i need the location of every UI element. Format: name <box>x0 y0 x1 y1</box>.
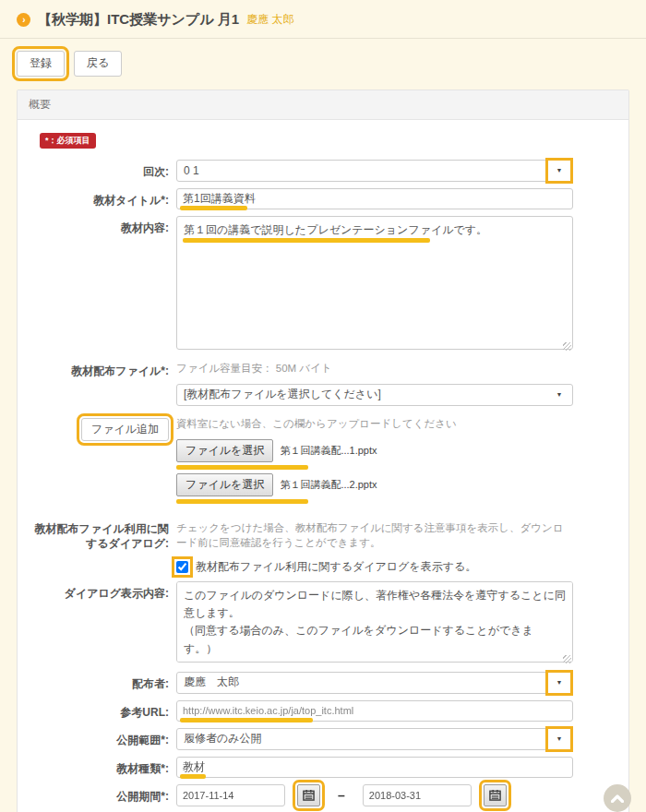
kaiji-dropdown-arrow-icon[interactable]: ▼ <box>550 162 568 179</box>
distributor-select[interactable]: 慶應 太郎 ▼ <box>176 672 573 694</box>
title-highlight-underline <box>180 206 247 210</box>
row-period: 公開期間*: – <box>18 784 628 806</box>
type-input[interactable] <box>176 757 573 778</box>
row-title: 教材タイトル*: <box>18 188 628 209</box>
row-ref-url: 参考URL: <box>18 700 628 722</box>
period-to-calendar-button[interactable] <box>484 784 507 806</box>
period-from-input[interactable] <box>176 784 285 806</box>
file-choose-button-2[interactable]: ファイルを選択 <box>176 473 273 496</box>
file-1-highlight-underline <box>176 465 308 470</box>
back-button-top[interactable]: 戻る <box>74 51 122 77</box>
dialog-content-textarea[interactable]: このファイルのダウンロードに際し、著作権や各種法令を遵守することに同意します。 … <box>176 581 573 663</box>
file-2-highlight-underline <box>176 499 308 504</box>
kaiji-select-value: 0 1 <box>184 164 199 177</box>
period-separator: – <box>332 788 351 803</box>
dialog-content-label: ダイアログ表示内容: <box>18 581 176 665</box>
content-highlight-underline <box>183 238 430 243</box>
row-content: 教材内容: 第１回の講義で説明したプレゼンテーションファイルです。 <box>18 216 628 352</box>
type-label: 教材種類*: <box>18 757 176 778</box>
kaiji-label: 回次: <box>18 160 176 182</box>
scope-label: 公開範囲*: <box>18 728 176 750</box>
distributor-select-value: 慶應 太郎 <box>184 675 239 690</box>
panel-header: 概要 <box>18 90 628 120</box>
period-from-calendar-button[interactable] <box>297 784 320 806</box>
period-label: 公開期間*: <box>18 784 176 806</box>
breadcrumb-chevron-icon: › <box>17 13 30 27</box>
top-toolbar: 登録 戻る <box>17 51 629 77</box>
content-textarea[interactable]: 第１回の講義で説明したプレゼンテーションファイルです。 <box>176 216 573 350</box>
row-scope: 公開範囲*: 履修者のみ公開 ▼ <box>18 728 628 750</box>
file-label: 教材配布ファイル*: <box>18 359 176 406</box>
scope-select-value: 履修者のみ公開 <box>184 731 262 746</box>
page-title: 【秋学期】ITC授業サンプル 月1 <box>38 11 239 29</box>
calendar-icon <box>489 789 501 801</box>
file-select-value: [教材配布ファイルを選択してください] <box>184 387 381 402</box>
scope-select[interactable]: 履修者のみ公開 ▼ <box>176 728 573 750</box>
file-add-hint: 資料室にない場合、この欄からアップロードしてください <box>176 412 573 431</box>
user-link[interactable]: 慶應 太郎 <box>246 12 293 28</box>
distributor-dropdown-arrow-icon[interactable]: ▼ <box>550 675 568 691</box>
kaiji-select[interactable]: 0 1 ▼ <box>176 160 573 182</box>
row-file: 教材配布ファイル*: ファイル容量目安： 50M バイト [教材配布ファイルを選… <box>18 359 628 406</box>
content-label: 教材内容: <box>18 216 176 352</box>
overview-panel: 概要 *：必須項目 回次: 0 1 ▼ 教材タイトル*: 教材内容: <box>17 90 629 812</box>
row-dialog: 教材配布ファイル利用に関するダイアログ: チェックをつけた場合、教材配布ファイル… <box>18 517 628 575</box>
file-dropdown-arrow-icon: ▼ <box>550 387 568 403</box>
file-name-2: 第１回講義配...2.pptx <box>280 478 377 492</box>
scope-dropdown-arrow-icon[interactable]: ▼ <box>550 731 568 747</box>
row-file-add: ファイル追加 資料室にない場合、この欄からアップロードしてください ファイルを選… <box>18 412 628 508</box>
dialog-checkbox-label: 教材配布ファイル利用に関するダイアログを表示する。 <box>196 559 476 575</box>
row-distributor: 配布者: 慶應 太郎 ▼ <box>18 672 628 694</box>
row-type: 教材種類*: <box>18 757 628 778</box>
period-to-input[interactable] <box>363 784 472 806</box>
textarea-resize-handle[interactable] <box>563 342 571 351</box>
page-header: › 【秋学期】ITC授業サンプル 月1 慶應 太郎 <box>0 0 646 29</box>
file-choose-button-1[interactable]: ファイルを選択 <box>176 439 273 462</box>
file-select[interactable]: [教材配布ファイルを選択してください] ▼ <box>176 384 573 406</box>
file-row-1: ファイルを選択 第１回講義配...1.pptx <box>176 439 377 462</box>
title-label: 教材タイトル*: <box>18 188 176 209</box>
scroll-to-top-button[interactable] <box>604 784 631 812</box>
ref-url-highlight-underline <box>180 718 313 722</box>
file-name-1: 第１回講義配...1.pptx <box>280 444 377 458</box>
calendar-icon <box>303 789 315 801</box>
dialog-checkbox[interactable] <box>176 561 188 573</box>
dialog-hint: チェックをつけた場合、教材配布ファイルに関する注意事項を表示し、ダウンロード前に… <box>176 517 573 550</box>
dialog-label: 教材配布ファイル利用に関するダイアログ: <box>18 517 176 575</box>
row-kaiji: 回次: 0 1 ▼ <box>18 160 628 182</box>
type-highlight-underline <box>180 774 206 779</box>
file-size-hint: ファイル容量目安： 50M バイト <box>176 359 573 376</box>
chevron-up-icon <box>611 794 624 803</box>
file-row-2: ファイルを選択 第１回講義配...2.pptx <box>176 473 377 496</box>
row-dialog-content: ダイアログ表示内容: このファイルのダウンロードに際し、著作権や各種法令を遵守す… <box>18 581 628 665</box>
register-button-top[interactable]: 登録 <box>17 51 65 77</box>
file-add-button[interactable]: ファイル追加 <box>81 418 169 442</box>
header-divider <box>0 38 646 39</box>
distributor-label: 配布者: <box>18 672 176 694</box>
textarea-resize-handle[interactable] <box>563 655 571 663</box>
ref-url-label: 参考URL: <box>18 700 176 722</box>
required-badge: *：必須項目 <box>40 133 96 149</box>
